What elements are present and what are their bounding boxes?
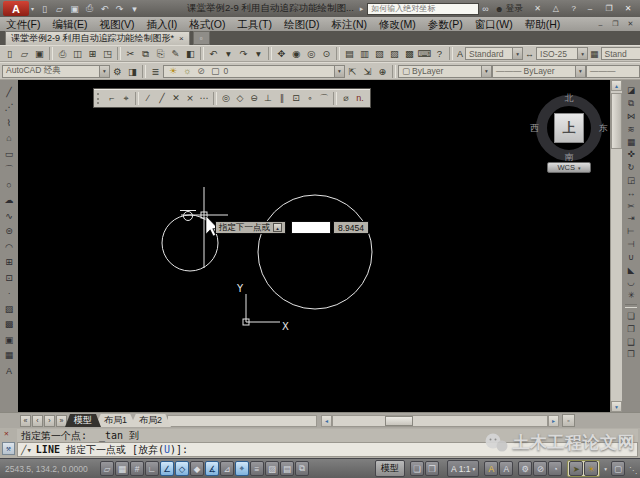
help-search-input[interactable] xyxy=(367,3,479,15)
coordinates-readout[interactable]: 2543.5, 134.2, 0.0000 xyxy=(0,464,100,474)
close-button[interactable]: ✕ xyxy=(621,3,635,15)
text-style-combo[interactable]: Standard ▾ xyxy=(465,47,523,60)
table-style-combo[interactable]: Stand xyxy=(601,47,640,60)
menu-view[interactable]: 视图(V) xyxy=(93,17,140,31)
paste-icon[interactable]: ⎘ xyxy=(153,46,168,61)
mirror-icon[interactable]: ⋈ xyxy=(623,110,639,123)
tab-last-button[interactable]: » xyxy=(56,415,67,427)
draworder-back-icon[interactable]: ❐ xyxy=(623,322,639,335)
isolate-cursor-icon[interactable]: ➤ xyxy=(569,461,583,476)
osnap-midpoint-icon[interactable]: ╱ xyxy=(155,91,169,105)
tab-close-icon[interactable]: × xyxy=(179,34,184,43)
osnap-quadrant-icon[interactable]: ◇ xyxy=(233,91,247,105)
command-customize-icon[interactable]: ⚒ xyxy=(2,442,15,455)
annotation-scale-widget[interactable]: A 1:1 ▾ xyxy=(447,460,479,477)
workspace-save-icon[interactable]: ◨ xyxy=(125,64,140,79)
layer-properties-button[interactable]: ≣ xyxy=(148,64,163,79)
mtext-icon[interactable]: A xyxy=(1,363,17,379)
draworder-below-icon[interactable]: ❒ xyxy=(623,348,639,361)
toggle-quick-properties[interactable]: ▤ xyxy=(280,461,294,476)
join-icon[interactable]: ∪ xyxy=(623,250,639,263)
redo-icon[interactable]: ↷ xyxy=(236,46,251,61)
menu-format[interactable]: 格式(O) xyxy=(183,17,231,31)
doc-restore-button[interactable]: ❐ xyxy=(610,19,621,30)
menu-modify[interactable]: 修改(M) xyxy=(373,17,422,31)
extend-icon[interactable]: ⇥ xyxy=(623,212,639,225)
save-icon[interactable]: ▣ xyxy=(32,46,47,61)
logo-caret-icon[interactable]: ▾ xyxy=(31,5,34,12)
chevron-down-icon[interactable]: ▾ xyxy=(334,66,344,77)
workspace-switch-icon[interactable]: ⚙ xyxy=(518,461,532,476)
spline-icon[interactable]: ∿ xyxy=(1,208,17,224)
tab-next-button[interactable]: › xyxy=(44,415,55,427)
erase-icon[interactable]: ◪ xyxy=(623,84,639,97)
gradient-icon[interactable]: ▩ xyxy=(1,317,17,333)
qat-plot-icon[interactable]: ⎙ xyxy=(83,2,96,15)
annotation-autoscale-icon[interactable]: A xyxy=(499,461,513,476)
break-at-point-icon[interactable]: ⊢ xyxy=(623,225,639,238)
construction-line-icon[interactable]: ⋰ xyxy=(1,100,17,116)
workspace-combo[interactable]: AutoCAD 经典 ▾ xyxy=(2,65,110,78)
viewcube-west-label[interactable]: 西 xyxy=(530,122,539,135)
wcs-button[interactable]: WCS ▾ xyxy=(547,162,591,173)
undo-caret-icon[interactable]: ▾ xyxy=(221,46,236,61)
trim-icon[interactable]: ✂ xyxy=(623,199,639,212)
horizontal-scrollbar-thumb[interactable] xyxy=(385,416,413,426)
chevron-down-icon[interactable]: ▾ xyxy=(99,66,109,77)
osnap-intersection-icon[interactable]: ✕ xyxy=(169,91,183,105)
tab-layout2[interactable]: 布局2 xyxy=(130,414,171,427)
layer-previous-icon[interactable]: ⇲ xyxy=(360,64,375,79)
layer-lock-icon[interactable]: ⊘ xyxy=(197,66,205,76)
toggle-polar-tracking[interactable]: ∠ xyxy=(160,461,174,476)
help-icon[interactable]: ? xyxy=(568,3,580,15)
qat-save-icon[interactable]: ▣ xyxy=(68,2,81,15)
fillet-icon[interactable]: ◡ xyxy=(623,276,639,289)
copy-icon[interactable]: ⧉ xyxy=(623,97,639,110)
binoculars-icon[interactable]: ∞ xyxy=(482,4,488,14)
chevron-down-icon[interactable]: ▾ xyxy=(512,48,522,59)
rotate-icon[interactable]: ↻ xyxy=(623,161,639,174)
layer-freeze-icon[interactable]: ☼ xyxy=(183,66,191,76)
move-icon[interactable]: ✜ xyxy=(623,148,639,161)
exchange-icon[interactable]: ✕ xyxy=(532,3,544,15)
plot-preview-icon[interactable]: ◫ xyxy=(70,46,85,61)
osnap-insert-icon[interactable]: ⊡ xyxy=(289,91,303,105)
properties-icon[interactable]: ▤ xyxy=(342,46,357,61)
horizontal-scrollbar[interactable]: ◂ ▸ xyxy=(321,415,559,427)
undo-icon[interactable]: ↶ xyxy=(206,46,221,61)
clean-screen-button[interactable]: ▢ xyxy=(611,461,625,476)
toggle-lineweight[interactable]: ≡ xyxy=(250,461,264,476)
toggle-3d-object-snap[interactable]: ◆ xyxy=(190,461,204,476)
toggle-snap-mode[interactable]: ▦ xyxy=(115,461,129,476)
scroll-up-icon[interactable]: ▲ xyxy=(611,80,622,91)
osnap-settings-icon[interactable]: n. xyxy=(353,91,367,105)
zoom-realtime-icon[interactable]: ◉ xyxy=(289,46,304,61)
quick-view-drawings-icon[interactable]: ❐ xyxy=(425,461,439,476)
match-properties-icon[interactable]: ✎ xyxy=(168,46,183,61)
osnap-tangent-icon[interactable]: ⊖ xyxy=(247,91,261,105)
zoom-window-icon[interactable]: ◎ xyxy=(304,46,319,61)
dim-style-combo[interactable]: ISO-25 ▾ xyxy=(536,47,588,60)
table-icon[interactable]: ▦ xyxy=(1,348,17,364)
horizontal-scrollbar-track[interactable] xyxy=(332,415,548,427)
stretch-icon[interactable]: ↔ xyxy=(623,186,639,199)
viewcube-north-label[interactable]: 北 xyxy=(533,92,605,105)
tool-palettes-icon[interactable]: ▧ xyxy=(372,46,387,61)
block-editor-icon[interactable]: ◧ xyxy=(183,46,198,61)
tab-layout1[interactable]: 布局1 xyxy=(95,414,136,427)
sheetset-icon[interactable]: ▨ xyxy=(387,46,402,61)
doc-close-button[interactable]: ✕ xyxy=(625,19,636,30)
new-tab-button[interactable]: ▫ xyxy=(193,31,210,45)
layer-color-chip[interactable]: ▢ xyxy=(211,66,220,76)
sign-in-button[interactable]: ☻ 登录 xyxy=(495,3,523,15)
toggle-object-snap-tracking[interactable]: ∡ xyxy=(205,461,219,476)
menu-edit[interactable]: 编辑(E) xyxy=(46,17,93,31)
osnap-parallel-icon[interactable]: ∥ xyxy=(275,91,289,105)
scroll-left-icon[interactable]: ◂ xyxy=(321,415,332,427)
toolbar-grip[interactable] xyxy=(97,93,102,104)
cut-icon[interactable]: ✂ xyxy=(123,46,138,61)
chevron-down-icon[interactable]: ▾ xyxy=(575,66,585,77)
viewcube-east-label[interactable]: 东 xyxy=(599,122,608,135)
chamfer-icon[interactable]: ◣ xyxy=(623,263,639,276)
qat-open-icon[interactable]: ▱ xyxy=(53,2,66,15)
